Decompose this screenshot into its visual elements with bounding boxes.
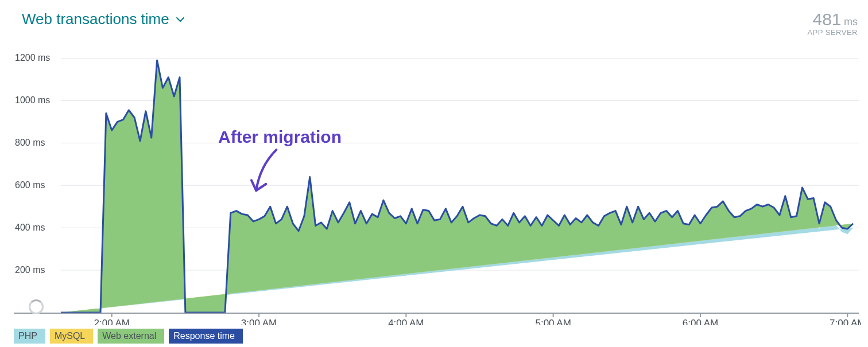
loading-spinner-icon [29,299,44,314]
svg-text:800 ms: 800 ms [15,138,45,147]
legend-item-web-external[interactable]: Web external [98,329,164,344]
svg-text:3:00 AM: 3:00 AM [241,318,277,325]
chart-title-dropdown[interactable]: Web transactions time [22,10,184,28]
chart-svg: 200 ms400 ms600 ms800 ms1000 ms1200 ms2:… [6,38,861,325]
chart-title: Web transactions time [22,10,169,28]
legend: PHP MySQL Web external Response time [6,329,862,344]
summary-stat: 481 ms APP SERVER [807,10,858,36]
svg-text:400 ms: 400 ms [15,223,45,232]
chevron-down-icon [176,17,184,22]
chart-plot-area[interactable]: 200 ms400 ms600 ms800 ms1000 ms1200 ms2:… [6,38,862,325]
svg-text:7:00 AM: 7:00 AM [830,318,861,325]
svg-text:600 ms: 600 ms [15,180,45,190]
svg-text:2:00 AM: 2:00 AM [94,318,130,325]
summary-unit: ms [844,16,858,28]
svg-text:1000 ms: 1000 ms [15,96,50,106]
svg-text:6:00 AM: 6:00 AM [683,318,718,325]
summary-value: 481 [812,10,841,29]
svg-text:1200 ms: 1200 ms [15,53,50,63]
legend-item-response-time[interactable]: Response time [169,329,243,344]
svg-text:200 ms: 200 ms [15,265,45,275]
legend-item-mysql[interactable]: MySQL [50,329,93,344]
summary-label: APP SERVER [807,29,858,37]
legend-item-php[interactable]: PHP [14,329,45,344]
svg-text:4:00 AM: 4:00 AM [388,318,424,325]
svg-text:5:00 AM: 5:00 AM [535,318,571,325]
